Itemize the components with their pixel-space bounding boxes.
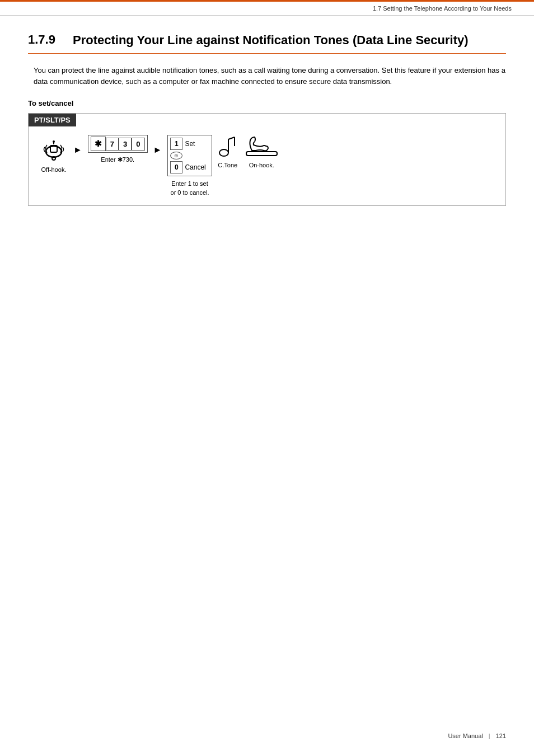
onhook-icon-container bbox=[243, 135, 280, 158]
offhook-label: Off-hook. bbox=[41, 166, 66, 173]
keypad-icon: ✱ 7 3 0 bbox=[88, 135, 148, 153]
section-title: Protecting Your Line against Notificatio… bbox=[73, 32, 469, 49]
key-star: ✱ bbox=[91, 137, 106, 151]
set-label: Set bbox=[185, 140, 195, 148]
footer: User Manual | 121 bbox=[448, 732, 506, 739]
cancel-label: Cancel bbox=[185, 163, 205, 171]
footer-page: 121 bbox=[496, 732, 506, 739]
offhook-icon bbox=[40, 135, 68, 163]
page-wrapper: 1.7 Setting the Telephone According to Y… bbox=[0, 0, 534, 756]
svg-point-3 bbox=[53, 140, 55, 143]
svg-line-7 bbox=[228, 137, 235, 139]
svg-point-4 bbox=[52, 157, 55, 160]
step-offhook: Off-hook. bbox=[40, 135, 68, 173]
key-7: 7 bbox=[106, 138, 119, 151]
step-onhook: On-hook. bbox=[243, 135, 280, 168]
setcancel-label: Enter 1 to set or 0 to cancel. bbox=[171, 180, 209, 197]
top-header: 1.7 Setting the Telephone According to Y… bbox=[0, 0, 534, 16]
step-ctone: C.Tone bbox=[218, 135, 238, 168]
step-enter: ✱ 7 3 0 Enter ✱730. bbox=[88, 135, 148, 163]
footer-text: User Manual bbox=[448, 732, 483, 739]
set-row: 1 Set bbox=[170, 138, 205, 150]
description: You can protect the line against audible… bbox=[28, 65, 506, 88]
arrow-1: ► bbox=[73, 145, 82, 155]
key-0: 0 bbox=[132, 138, 144, 151]
ctone-label: C.Tone bbox=[218, 162, 237, 168]
key-3: 3 bbox=[119, 138, 132, 151]
header-section-ref: 1.7 Setting the Telephone According to Y… bbox=[373, 5, 512, 12]
ctone-icon bbox=[218, 135, 238, 158]
steps-row: Off-hook. ► ✱ 7 3 0 Enter ✱730. bbox=[29, 135, 505, 197]
footer-divider: | bbox=[489, 732, 490, 739]
set-cancel-box: 1 Set ⊕ 0 Cancel bbox=[167, 135, 212, 176]
svg-rect-9 bbox=[246, 152, 277, 156]
section-number: 1.7.9 bbox=[28, 32, 73, 47]
main-content: 1.7.9 Protecting Your Line against Notif… bbox=[0, 16, 534, 234]
setcancel-icon: 1 Set ⊕ 0 Cancel bbox=[167, 135, 212, 176]
offhook-icon-container bbox=[40, 135, 68, 163]
procedure-label: To set/cancel bbox=[28, 99, 506, 107]
svg-point-5 bbox=[219, 149, 228, 156]
procedure-box-header: PT/SLT/PS bbox=[29, 114, 76, 126]
arrow-2: ► bbox=[153, 145, 162, 155]
musical-note-icon bbox=[218, 135, 238, 158]
keypad-sequence: ✱ 7 3 0 bbox=[88, 135, 148, 153]
onhook-label: On-hook. bbox=[249, 162, 274, 168]
onhook-icon bbox=[243, 135, 280, 158]
cancel-row: 0 Cancel bbox=[170, 161, 205, 173]
key-0: 0 bbox=[170, 161, 182, 173]
procedure-box: PT/SLT/PS bbox=[28, 113, 506, 206]
key-1: 1 bbox=[170, 138, 182, 150]
step-setcancel: 1 Set ⊕ 0 Cancel bbox=[167, 135, 212, 197]
enter-label: Enter ✱730. bbox=[101, 156, 134, 163]
section-heading: 1.7.9 Protecting Your Line against Notif… bbox=[28, 32, 506, 54]
